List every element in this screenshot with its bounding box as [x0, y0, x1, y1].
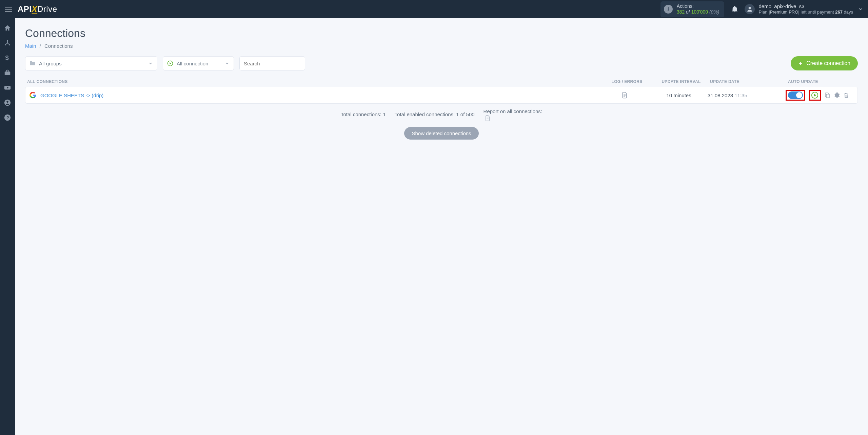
- logo[interactable]: APIXDrive: [18, 4, 57, 14]
- highlight-run: [809, 90, 821, 101]
- actions-counter[interactable]: i Actions: 382 of 100'000 (0%): [660, 1, 724, 17]
- nav-account-icon[interactable]: [4, 99, 11, 106]
- svg-point-9: [6, 101, 8, 103]
- actions-pct: (0%): [708, 9, 719, 15]
- search-input[interactable]: [244, 61, 301, 66]
- stats-report[interactable]: Report on all connections:: [484, 108, 542, 120]
- logo-x: X: [32, 4, 38, 14]
- th-date: UPDATE DATE: [710, 79, 788, 84]
- actions-count: 382: [677, 9, 685, 15]
- gear-icon[interactable]: [834, 92, 840, 98]
- user-name: demo_apix-drive_s3: [759, 3, 853, 9]
- nav-connections-icon[interactable]: [4, 39, 11, 47]
- svg-rect-5: [5, 71, 11, 75]
- table-header: ALL CONNECTIONS LOG / ERRORS UPDATE INTE…: [25, 77, 858, 87]
- th-int: UPDATE INTERVAL: [652, 79, 710, 84]
- stats-total: Total connections: 1: [341, 111, 386, 117]
- actions-title: Actions:: [677, 3, 719, 9]
- nav-video-icon[interactable]: [4, 84, 11, 91]
- notifications-icon[interactable]: [731, 5, 738, 13]
- breadcrumb: Main / Connections: [25, 43, 858, 49]
- groups-label: All groups: [39, 61, 62, 66]
- svg-marker-20: [814, 94, 816, 96]
- th-log: LOG / ERRORS: [601, 79, 652, 84]
- auto-update-toggle[interactable]: [788, 91, 803, 99]
- info-icon: i: [664, 5, 673, 14]
- show-deleted-button[interactable]: Show deleted connections: [404, 127, 478, 140]
- th-auto: AUTO UPDATE: [788, 79, 856, 84]
- search-box[interactable]: [239, 56, 305, 70]
- chevron-down-icon[interactable]: [858, 6, 863, 12]
- status-label: All connection: [177, 61, 208, 66]
- update-date: 31.08.2023 11:35: [708, 92, 786, 98]
- connection-link[interactable]: GOOGLE SHEETS -> (drip): [40, 92, 599, 98]
- stats-enabled: Total enabled connections: 1 of 500: [395, 111, 475, 117]
- actions-text: Actions: 382 of 100'000 (0%): [677, 3, 719, 15]
- chevron-down-icon: [148, 61, 153, 66]
- google-icon: [29, 92, 36, 99]
- create-connection-button[interactable]: Create connection: [791, 56, 858, 70]
- folder-icon: [29, 61, 36, 66]
- svg-marker-13: [170, 62, 172, 64]
- nav-home-icon[interactable]: [4, 24, 11, 32]
- breadcrumb-main[interactable]: Main: [25, 43, 36, 49]
- copy-icon[interactable]: [824, 92, 830, 98]
- svg-point-0: [748, 7, 751, 9]
- log-icon[interactable]: [622, 92, 628, 99]
- interval-value: 10 minutes: [650, 92, 708, 98]
- chevron-down-icon: [225, 61, 230, 66]
- sidebar: $ ?: [0, 18, 15, 435]
- play-circle-icon: [167, 60, 173, 66]
- breadcrumb-current: Connections: [44, 43, 73, 49]
- logo-api: API: [18, 4, 32, 14]
- logo-drive: Drive: [37, 4, 57, 14]
- menu-toggle[interactable]: [5, 5, 12, 13]
- actions-of: of: [685, 9, 691, 15]
- user-menu[interactable]: demo_apix-drive_s3 Plan |Premium PRO| le…: [745, 3, 853, 15]
- nav-help-icon[interactable]: ?: [4, 114, 11, 121]
- plan-line: Plan |Premium PRO| left until payment 26…: [759, 9, 853, 15]
- report-icon: [484, 114, 542, 120]
- trash-icon[interactable]: [843, 92, 849, 98]
- th-name: ALL CONNECTIONS: [27, 79, 601, 84]
- groups-filter[interactable]: All groups: [25, 56, 157, 70]
- svg-point-1: [7, 40, 8, 41]
- svg-text:?: ?: [6, 115, 9, 120]
- page-title: Connections: [25, 27, 858, 40]
- plus-icon: [798, 61, 803, 66]
- nav-tools-icon[interactable]: [4, 69, 11, 77]
- highlight-toggle: [786, 90, 805, 101]
- run-icon[interactable]: [811, 91, 818, 99]
- svg-text:$: $: [5, 54, 9, 61]
- create-label: Create connection: [806, 60, 850, 66]
- actions-total: 100'000: [691, 9, 708, 15]
- status-filter[interactable]: All connection: [163, 56, 234, 70]
- connection-row: GOOGLE SHEETS -> (drip) 10 minutes 31.08…: [25, 87, 858, 104]
- avatar-icon: [745, 4, 755, 14]
- svg-rect-21: [826, 94, 829, 98]
- nav-billing-icon[interactable]: $: [4, 54, 11, 62]
